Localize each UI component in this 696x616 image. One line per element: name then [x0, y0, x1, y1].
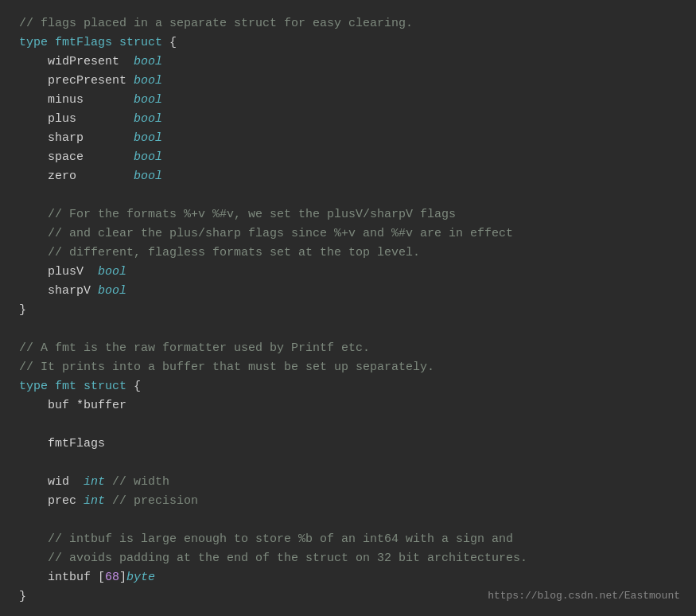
line-21: buf *buffer — [19, 396, 677, 415]
empty-line-5 — [19, 511, 677, 530]
line-18: // A fmt is the raw formatter used by Pr… — [19, 339, 677, 358]
empty-line-3 — [19, 415, 677, 435]
line-5: minus bool — [19, 91, 677, 110]
line-30: intbuf [68]byte — [19, 568, 677, 587]
line-4: precPresent bool — [19, 72, 677, 91]
line-26: prec int // precision — [19, 492, 677, 511]
line-23: fmtFlags — [19, 435, 677, 454]
footer-link: https://blog.csdn.net/Eastmount — [488, 588, 680, 605]
line-14: plusV bool — [19, 263, 677, 282]
code-editor: // flags placed in a separate struct for… — [0, 0, 696, 616]
line-19: // It prints into a buffer that must be … — [19, 358, 677, 377]
empty-line-2 — [19, 320, 677, 339]
line-1: // flags placed in a separate struct for… — [19, 14, 677, 33]
line-16: } — [19, 301, 677, 320]
line-12: // and clear the plus/sharp flags since … — [19, 224, 677, 244]
line-15: sharpV bool — [19, 282, 677, 301]
line-3: widPresent bool — [19, 53, 677, 72]
empty-line-1 — [19, 186, 677, 205]
line-7: sharp bool — [19, 129, 677, 148]
line-13: // different, flagless formats set at th… — [19, 244, 677, 263]
line-2: type fmtFlags struct { — [19, 33, 677, 53]
line-28: // intbuf is large enough to store %b of… — [19, 530, 677, 549]
empty-line-4 — [19, 454, 677, 473]
line-6: plus bool — [19, 110, 677, 129]
line-11: // For the formats %+v %#v, we set the p… — [19, 205, 677, 224]
line-20: type fmt struct { — [19, 377, 677, 396]
line-29: // avoids padding at the end of the stru… — [19, 549, 677, 568]
line-25: wid int // width — [19, 473, 677, 492]
line-9: zero bool — [19, 167, 677, 186]
line-8: space bool — [19, 148, 677, 167]
